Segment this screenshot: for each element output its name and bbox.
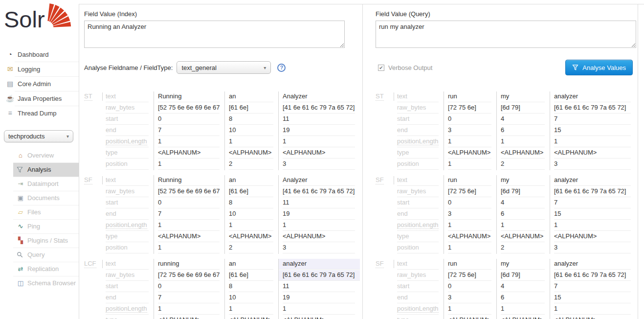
- sidebar-item-query[interactable]: Query: [0, 248, 79, 262]
- attr-label-text: text: [397, 91, 439, 102]
- help-icon[interactable]: ?: [277, 64, 286, 72]
- analysis-phase-label: ST: [84, 91, 106, 170]
- sidebar-item-ping[interactable]: ∿Ping: [0, 219, 79, 233]
- plugins-icon: ▚: [17, 237, 24, 244]
- analysis-phase-label: ST: [376, 91, 397, 170]
- cell-text: my: [501, 259, 545, 270]
- cell-raw-bytes: [61 6e 61 6c 79 7a 65 72]: [554, 103, 631, 114]
- sidebar-item-label: Overview: [27, 152, 54, 159]
- schema-icon: ◫: [17, 279, 24, 287]
- token-column: Analyzer[41 6e 61 6c 79 7a 65 72]11191<A…: [278, 91, 360, 170]
- sidebar-item-documents[interactable]: ▣Documents: [0, 191, 79, 205]
- sidebar-item-dataimport[interactable]: ⇥Dataimport: [0, 177, 79, 191]
- analysis-page: Field Value (Index) Running an Analyzer …: [79, 4, 644, 319]
- attr-label-end: end: [397, 293, 439, 303]
- query-analysis-table: STtextraw_bytesstartendpositionLengthtyp…: [376, 91, 636, 319]
- attr-label-end: end: [106, 125, 149, 136]
- index-controls: Analyse Fieldname / FieldType: text_gene…: [84, 60, 345, 75]
- analysis-icon: [17, 166, 24, 173]
- cell-end: 3: [448, 209, 491, 220]
- sidebar-item-plugins-stats[interactable]: ▚Plugins / Stats: [0, 233, 79, 248]
- token-column: an[61 6e]8101<ALPHANUM>2: [224, 259, 278, 319]
- cell-type: <ALPHANUM>: [448, 148, 491, 159]
- index-field-value-input[interactable]: Running an Analyzer: [84, 21, 345, 48]
- sidebar-item-thread-dump[interactable]: ≡Thread Dump: [0, 106, 79, 120]
- cell-end: 19: [283, 209, 355, 220]
- java-properties-icon: ☕: [6, 94, 14, 102]
- cell-raw-bytes: [61 6e]: [229, 103, 273, 114]
- cell-positionlength: 1: [283, 220, 355, 231]
- index-section: Field Value (Index) Running an Analyzer …: [79, 4, 363, 319]
- attribute-labels-column: textraw_bytesstartendpositionLengthtypep…: [106, 175, 154, 254]
- attr-label-position: position: [106, 243, 149, 253]
- cell-positionlength: 1: [283, 304, 355, 315]
- cell-end: 15: [554, 209, 631, 220]
- cell-end: 15: [554, 293, 631, 303]
- sidebar-item-label: Replication: [27, 265, 59, 273]
- attr-label-positionlength: positionLength: [397, 304, 439, 315]
- attr-label-text: text: [106, 259, 149, 270]
- cell-end: 6: [501, 293, 545, 303]
- cell-end: 7: [158, 293, 220, 303]
- attribute-labels-column: textraw_bytesstartendpositionLengthtypep…: [106, 91, 154, 170]
- cell-raw-bytes: [41 6e 61 6c 79 7a 65 72]: [283, 103, 355, 114]
- sidebar-item-replication[interactable]: ⇄Replication: [0, 262, 79, 276]
- attr-label-text: text: [397, 259, 439, 270]
- cell-end: 7: [158, 125, 220, 136]
- cell-start: 8: [229, 281, 273, 292]
- cell-position: 2: [501, 159, 545, 170]
- cell-raw-bytes: [52 75 6e 6e 69 6e 67]: [158, 103, 220, 114]
- cell-start: 0: [158, 114, 220, 125]
- query-field-value-input[interactable]: run my analyzer: [376, 21, 636, 48]
- analysis-phase-label: SF: [84, 175, 106, 254]
- sidebar-item-files[interactable]: ▱Files: [0, 205, 79, 219]
- token-column: run[72 75 6e]031<ALPHANUM>1: [444, 175, 496, 254]
- cell-text: Running: [158, 175, 220, 186]
- sidebar-item-label: Query: [27, 251, 44, 258]
- sidebar-item-label: Files: [27, 208, 41, 216]
- verbose-output-checkbox[interactable]: ✔: [378, 65, 384, 71]
- sidebar-item-logging[interactable]: ✉Logging: [0, 62, 79, 76]
- cell-positionlength: 1: [501, 304, 545, 315]
- cell-end: 10: [229, 209, 273, 220]
- sidebar-item-java-properties[interactable]: ☕Java Properties: [0, 91, 79, 106]
- sidebar-item-overview[interactable]: ⌂Overview: [0, 148, 79, 162]
- core-selector-dropdown[interactable]: techproducts ▾: [4, 130, 73, 142]
- attr-label-raw-bytes: raw_bytes: [397, 270, 439, 281]
- index-field-label: Field Value (Index): [84, 10, 345, 18]
- attr-label-raw-bytes: raw_bytes: [106, 103, 149, 114]
- documents-icon: ▣: [17, 194, 24, 202]
- cell-positionlength: 1: [554, 137, 631, 147]
- cell-type: <ALPHANUM>: [501, 231, 545, 242]
- cell-raw-bytes: [72 75 6e]: [448, 270, 491, 281]
- fieldtype-select[interactable]: text_general ▾: [177, 61, 271, 74]
- cell-raw-bytes: [41 6e 61 6c 79 7a 65 72]: [283, 186, 355, 197]
- query-analysis-block: STtextraw_bytesstartendpositionLengthtyp…: [376, 91, 636, 170]
- query-analysis-block: SFtextraw_bytesstartendpositionLengthtyp…: [376, 175, 636, 254]
- sidebar-item-dashboard[interactable]: ◔Dashboard: [0, 47, 79, 62]
- token-column: an[61 6e]8101<ALPHANUM>2: [224, 175, 278, 254]
- attribute-labels-column: textraw_bytesstartendpositionLengthtypep…: [397, 259, 444, 319]
- dashboard-icon: ◔: [6, 50, 14, 58]
- attr-label-position: position: [397, 159, 439, 170]
- sidebar-item-analysis[interactable]: Analysis: [0, 162, 79, 177]
- sidebar-item-core-admin[interactable]: ▤Core Admin: [0, 76, 79, 91]
- sidebar-item-label: Analysis: [27, 166, 51, 173]
- attribute-labels-column: textraw_bytesstartendpositionLengthtypep…: [397, 91, 444, 170]
- replication-icon: ⇄: [17, 265, 24, 273]
- cell-start: 7: [554, 281, 631, 292]
- ping-icon: ∿: [17, 223, 24, 230]
- attr-label-raw-bytes: raw_bytes: [397, 103, 439, 114]
- cell-position: 1: [448, 243, 491, 253]
- cell-start: 4: [501, 281, 545, 292]
- solr-logo[interactable]: Solr: [0, 0, 79, 43]
- analyse-values-button[interactable]: Analyse Values: [565, 60, 633, 75]
- sidebar-item-schema-browser[interactable]: ◫Schema Browser: [0, 276, 79, 290]
- cell-text: run: [448, 259, 491, 270]
- cell-raw-bytes: [61 6e 61 6c 79 7a 65 72]: [554, 270, 631, 281]
- sidebar-item-label: Documents: [27, 194, 60, 202]
- attr-label-positionlength: positionLength: [106, 137, 149, 147]
- attr-label-position: position: [397, 243, 439, 253]
- query-section: Field Value (Query) run my analyzer ✔ Ve…: [363, 4, 638, 319]
- thread-dump-icon: ≡: [6, 109, 14, 117]
